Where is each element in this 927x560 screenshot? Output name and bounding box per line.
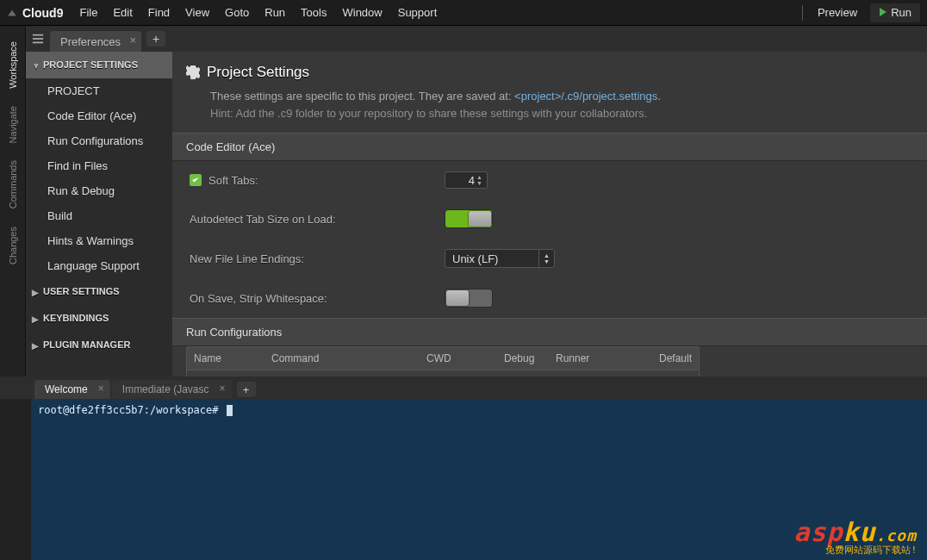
col-runner[interactable]: Runner xyxy=(549,347,652,370)
soft-tabs-checkbox[interactable] xyxy=(190,174,202,186)
pref-item-find-in-files[interactable]: Find in Files xyxy=(26,153,172,178)
pref-group-label: PROJECT SETTINGS xyxy=(43,59,138,70)
strip-whitespace-toggle[interactable] xyxy=(445,289,493,308)
svg-rect-2 xyxy=(33,42,43,44)
menu-tools[interactable]: Tools xyxy=(293,0,334,26)
editor-tab-bar: Preferences × + xyxy=(26,26,927,52)
soft-tabs-value: 4 xyxy=(469,174,475,187)
pref-group-user-settings[interactable]: ▶ USER SETTINGS xyxy=(26,278,172,305)
tab-label: Preferences xyxy=(60,35,121,48)
preview-button[interactable]: Preview xyxy=(810,0,865,26)
col-default[interactable]: Default xyxy=(652,347,699,370)
col-debug[interactable]: Debug xyxy=(497,347,549,370)
pref-item-run-debug[interactable]: Run & Debug xyxy=(26,178,172,203)
terminal[interactable]: root@dfe2ff3cc5b7:/workspace# aspku.com … xyxy=(0,399,927,560)
side-tab-changes[interactable]: Changes xyxy=(8,227,18,264)
spinner-arrows-icon[interactable]: ▲▼ xyxy=(476,172,485,188)
caret-down-icon: ▼ xyxy=(32,60,40,72)
new-tab-button[interactable]: + xyxy=(146,31,165,47)
menu-run[interactable]: Run xyxy=(257,0,293,26)
col-command[interactable]: Command xyxy=(264,347,420,370)
new-terminal-button[interactable]: + xyxy=(237,382,256,397)
panel-menu-icon[interactable] xyxy=(26,26,50,52)
menu-find[interactable]: Find xyxy=(140,0,177,26)
watermark-text-b: ku xyxy=(843,517,876,547)
watermark: aspku.com 免费网站源码下载站! xyxy=(793,520,917,555)
toggle-knob xyxy=(446,290,469,306)
table-header: Name Command CWD Debug Runner Default xyxy=(187,347,699,370)
side-tab-commands[interactable]: Commands xyxy=(8,160,18,208)
run-button-label: Run xyxy=(891,6,911,19)
menu-window[interactable]: Window xyxy=(334,0,389,26)
caret-right-icon: ▶ xyxy=(32,287,39,299)
preferences-sidebar: ▼ PROJECT SETTINGS PROJECT Code Editor (… xyxy=(26,52,172,376)
section-run-config: Run Configurations xyxy=(172,318,927,346)
svg-rect-0 xyxy=(33,34,43,36)
watermark-text-a: asp xyxy=(793,517,843,547)
newfile-select[interactable]: Unix (LF) ▲▼ xyxy=(445,249,555,268)
setting-autodetect: Autodetect Tab Size on Load: xyxy=(172,199,927,239)
page-title-text: Project Settings xyxy=(207,64,309,81)
menu-support[interactable]: Support xyxy=(390,0,445,26)
menu-goto[interactable]: Goto xyxy=(217,0,257,26)
term-tab-immediate[interactable]: Immediate (Javasc × xyxy=(112,380,232,399)
logo[interactable]: Cloud9 xyxy=(22,6,63,20)
run-button[interactable]: Run xyxy=(870,3,920,22)
pref-item-hints-warnings[interactable]: Hints & Warnings xyxy=(26,228,172,253)
close-icon[interactable]: × xyxy=(219,383,225,395)
newfile-label: New File Line Endings: xyxy=(190,252,304,265)
terminal-prompt: root@dfe2ff3cc5b7:/workspace# xyxy=(38,404,219,416)
side-tab-workspace[interactable]: Workspace xyxy=(8,41,18,89)
menubar-divider xyxy=(802,5,803,21)
autodetect-label: Autodetect Tab Size on Load: xyxy=(190,213,336,226)
pref-item-language-support[interactable]: Language Support xyxy=(26,253,172,278)
run-config-table: Name Command CWD Debug Runner Default No… xyxy=(186,346,700,376)
svg-rect-1 xyxy=(33,38,43,40)
pref-group-keybindings[interactable]: ▶ KEYBINDINGS xyxy=(26,305,172,332)
pref-group-label: KEYBINDINGS xyxy=(43,313,109,323)
tab-preferences[interactable]: Preferences × xyxy=(50,31,141,52)
side-tab-navigate[interactable]: Navigate xyxy=(8,106,18,143)
menu-view[interactable]: View xyxy=(177,0,217,26)
term-tab-label: Immediate (Javasc xyxy=(122,383,209,395)
gear-icon xyxy=(186,65,200,79)
intro-path: <project>/.c9/project.settings xyxy=(514,90,657,103)
pref-item-code-editor[interactable]: Code Editor (Ace) xyxy=(26,103,172,128)
soft-tabs-spinner[interactable]: 4 ▲▼ xyxy=(445,171,488,189)
close-icon[interactable]: × xyxy=(98,383,104,395)
pref-group-plugin-manager[interactable]: ▶ PLUGIN MANAGER xyxy=(26,332,172,358)
cloud9-menu-icon[interactable] xyxy=(7,8,17,18)
intro-lead: These settings are specific to this proj… xyxy=(210,90,514,103)
select-handle-icon: ▲▼ xyxy=(538,250,554,267)
pref-group-project-settings[interactable]: ▼ PROJECT SETTINGS xyxy=(26,52,172,78)
caret-right-icon: ▶ xyxy=(32,340,39,352)
intro-hint: Hint: Add the .c9 folder to your reposit… xyxy=(210,107,647,120)
page-title: Project Settings xyxy=(172,52,927,86)
menu-edit[interactable]: Edit xyxy=(105,0,140,26)
soft-tabs-label: Soft Tabs: xyxy=(208,174,258,187)
newfile-value: Unix (LF) xyxy=(452,252,498,265)
section-code-editor: Code Editor (Ace) xyxy=(172,133,927,161)
pref-group-label: USER SETTINGS xyxy=(43,286,120,296)
term-tab-welcome[interactable]: Welcome × xyxy=(34,380,110,399)
pref-item-build[interactable]: Build xyxy=(26,203,172,228)
col-cwd[interactable]: CWD xyxy=(420,347,497,370)
menubar: Cloud9 File Edit Find View Goto Run Tool… xyxy=(0,0,927,26)
pref-item-run-config[interactable]: Run Configurations xyxy=(26,128,172,153)
pref-group-label: PLUGIN MANAGER xyxy=(43,339,130,350)
terminal-cursor xyxy=(227,405,233,416)
watermark-text-dot: .com xyxy=(876,526,917,544)
page-intro: These settings are specific to this proj… xyxy=(172,86,927,133)
onsave-label: On Save, Strip Whitespace: xyxy=(190,292,327,305)
setting-newfile-endings: New File Line Endings: Unix (LF) ▲▼ xyxy=(172,239,927,278)
pref-item-project[interactable]: PROJECT xyxy=(26,78,172,103)
close-icon[interactable]: × xyxy=(130,34,137,46)
preferences-content: Project Settings These settings are spec… xyxy=(172,52,927,376)
col-name[interactable]: Name xyxy=(187,347,264,370)
setting-soft-tabs: Soft Tabs: 4 ▲▼ xyxy=(172,161,927,199)
toggle-knob xyxy=(469,211,491,227)
setting-strip-whitespace: On Save, Strip Whitespace: xyxy=(172,278,927,318)
autodetect-toggle[interactable] xyxy=(445,209,493,228)
menu-file[interactable]: File xyxy=(72,0,105,26)
terminal-tab-bar: Welcome × Immediate (Javasc × + xyxy=(0,376,927,399)
